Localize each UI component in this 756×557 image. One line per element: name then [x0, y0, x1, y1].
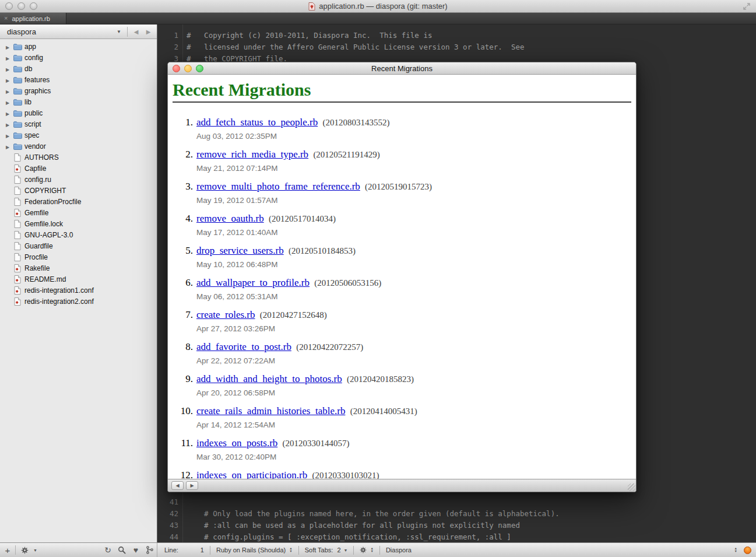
code-block-bottom: 41 42 # Only load the plugins named here… [157, 496, 756, 542]
actions-menu-button[interactable]: ▼ [16, 543, 43, 557]
tree-item[interactable]: ▶ AUTHORS [0, 152, 157, 163]
gear-icon [21, 547, 29, 554]
zoom-button[interactable] [196, 65, 203, 72]
migration-item: 6. add_wallpaper_to_profile.rb (20120506… [168, 276, 636, 302]
tree-item-label: app [24, 43, 36, 51]
statusbar-stepper[interactable]: ▲▼ [734, 547, 737, 552]
zoom-button[interactable] [30, 2, 37, 10]
line-indicator[interactable]: Line: 1 [164, 547, 204, 554]
migrations-window-titlebar[interactable]: Recent Migrations [168, 62, 636, 75]
minimize-button[interactable] [184, 65, 192, 72]
close-button[interactable] [5, 2, 13, 10]
tree-item[interactable]: ▶ db [0, 63, 157, 74]
tree-item[interactable]: ▶ Rakefile [0, 262, 157, 274]
favorites-button[interactable]: ♥ [129, 543, 143, 557]
tree-item[interactable]: ▶ config.ru [0, 174, 157, 185]
migration-number: 4. [168, 212, 193, 237]
migration-link[interactable]: add_wallpaper_to_profile.rb [196, 277, 310, 288]
tree-item-label: Procfile [24, 253, 48, 261]
disclosure-container[interactable]: ▶ [3, 54, 12, 62]
tree-item[interactable]: ▶ Capfile [0, 163, 157, 174]
tree-item-label: script [24, 120, 41, 128]
migration-link[interactable]: add_fetch_status_to_people.rb [196, 117, 318, 128]
migration-timestamp: (20120519015723) [365, 182, 432, 191]
code-text: # Copyright (c) 2010-2011, Diaspora Inc.… [178, 31, 432, 40]
branch-button[interactable] [143, 543, 157, 557]
tree-item[interactable]: ▶ script [0, 118, 157, 129]
migration-link[interactable]: remove_multi_photo_frame_reference.rb [196, 181, 360, 192]
tree-item[interactable]: ▶ Procfile [0, 251, 157, 262]
tree-item[interactable]: ▶ redis-integration1.conf [0, 285, 157, 296]
tree-item[interactable]: ▶ Guardfile [0, 240, 157, 251]
disclosure-container[interactable]: ▶ [3, 65, 12, 73]
main-window-titlebar[interactable]: application.rb — diaspora (git: master) [0, 0, 756, 13]
drawer-toolbar: + ▼ ↻ ♥ [0, 543, 157, 557]
disclosure-container[interactable]: ▶ [3, 131, 12, 139]
migration-title-line: indexes_on_participation.rb (20120330103… [196, 469, 379, 479]
migration-link[interactable]: remove_rich_media_type.rb [196, 149, 308, 160]
forward-button[interactable]: ▶ [186, 481, 198, 490]
migration-link[interactable]: add_favorite_to_post.rb [196, 341, 291, 352]
disclosure-container[interactable]: ▶ [3, 142, 12, 150]
migration-timestamp: (20120506053156) [314, 278, 381, 288]
tree-item[interactable]: ▶ public [0, 107, 157, 118]
project-selector[interactable]: diaspora ▼ [2, 27, 125, 36]
migration-link[interactable]: drop_service_users.rb [196, 245, 284, 256]
disclosure-container[interactable]: ▶ [3, 109, 12, 117]
disclosure-container[interactable]: ▶ [3, 87, 12, 95]
resize-icon[interactable] [743, 2, 751, 10]
tree-item[interactable]: ▶ Gemfile.lock [0, 218, 157, 229]
tree-item[interactable]: ▶ lib [0, 96, 157, 107]
refresh-button[interactable]: ↻ [101, 543, 115, 557]
divider [127, 27, 128, 37]
add-file-button[interactable]: + [0, 543, 15, 557]
tree-item[interactable]: ▶ FederationProcfile [0, 196, 157, 207]
soft-tabs-label: Soft Tabs: [305, 547, 333, 554]
migration-title-line: add_fetch_status_to_people.rb (201208031… [196, 116, 389, 129]
history-forward-button[interactable]: ▶ [142, 29, 154, 35]
search-button[interactable] [115, 543, 129, 557]
disclosure-container[interactable]: ▶ [3, 43, 12, 51]
history-back-button[interactable]: ◀ [130, 29, 142, 35]
soft-tabs-selector[interactable]: Soft Tabs: 2 ▼ [305, 547, 348, 554]
tree-item[interactable]: ▶ graphics [0, 85, 157, 96]
stepper-icon: ▲▼ [370, 547, 373, 552]
language-mode-selector[interactable]: Ruby on Rails (Shoulda) ▲▼ [216, 547, 293, 554]
tree-item[interactable]: ▶ app [0, 41, 157, 52]
migration-number: 2. [168, 148, 193, 173]
migration-timestamp: (20120414005431) [350, 407, 417, 416]
back-button[interactable]: ◀ [171, 481, 184, 490]
tree-item[interactable]: ▶ config [0, 52, 157, 63]
disclosure-container[interactable]: ▶ [3, 120, 12, 128]
tree-item[interactable]: ▶ features [0, 74, 157, 85]
resize-grip[interactable] [628, 484, 635, 491]
status-orange-indicator[interactable] [744, 547, 751, 554]
line-number: 44 [157, 533, 178, 541]
tree-item[interactable]: ▶ Gemfile [0, 207, 157, 218]
divider [353, 546, 354, 555]
tree-item[interactable]: ▶ GNU-AGPL-3.0 [0, 229, 157, 240]
tree-item[interactable]: ▶ README.md [0, 274, 157, 285]
document-proxy-icon[interactable] [308, 2, 315, 10]
statusbar-main: Line: 1 Ruby on Rails (Shoulda) ▲▼ Soft … [157, 543, 756, 557]
migration-link[interactable]: remove_oauth.rb [196, 213, 264, 224]
tree-item[interactable]: ▶ vendor [0, 141, 157, 152]
tab-application-rb[interactable]: × application.rb [0, 13, 66, 24]
migration-link[interactable]: create_roles.rb [196, 309, 255, 320]
migration-link[interactable]: create_rails_admin_histories_table.rb [196, 405, 345, 416]
minimize-button[interactable] [17, 2, 25, 10]
tree-item[interactable]: ▶ redis-integration2.conf [0, 296, 157, 307]
tree-item[interactable]: ▶ COPYRIGHT [0, 185, 157, 196]
tree-item[interactable]: ▶ spec [0, 129, 157, 141]
migration-link[interactable]: indexes_on_posts.rb [196, 437, 277, 449]
disclosure-container[interactable]: ▶ [3, 76, 12, 84]
migration-link[interactable]: add_width_and_height_to_photos.rb [196, 373, 342, 384]
migration-item: 5. drop_service_users.rb (20120510184853… [168, 244, 636, 269]
project-drawer: diaspora ▼ ◀ ▶ ▶ [0, 24, 157, 542]
tab-close-icon[interactable]: × [4, 15, 8, 22]
folder-icon [12, 99, 23, 106]
bundle-actions-button[interactable]: ▲▼ [360, 547, 373, 554]
disclosure-container[interactable]: ▶ [3, 98, 12, 106]
migration-link[interactable]: indexes_on_participation.rb [196, 470, 307, 479]
close-button[interactable] [173, 65, 180, 72]
